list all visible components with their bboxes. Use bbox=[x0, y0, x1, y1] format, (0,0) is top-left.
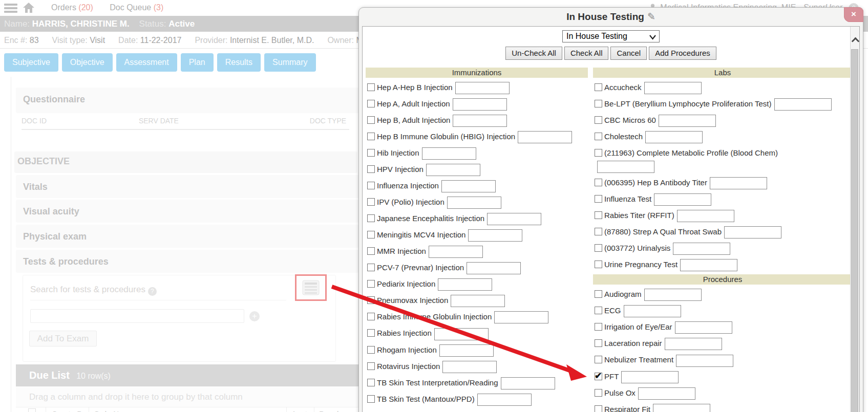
item-checkbox[interactable] bbox=[367, 116, 375, 124]
item-checkbox[interactable] bbox=[367, 83, 375, 91]
item-value-input[interactable] bbox=[501, 377, 555, 389]
item-value-input[interactable] bbox=[597, 161, 654, 173]
tests-procedures-section-header[interactable]: Tests & procedures bbox=[16, 250, 359, 273]
quicklist-icon-button[interactable] bbox=[295, 274, 327, 301]
doc-queue-link[interactable]: Doc Queue (3) bbox=[110, 3, 163, 12]
due-list-header[interactable]: Due List 10 row(s) bbox=[16, 364, 359, 386]
item-value-input[interactable] bbox=[494, 311, 548, 323]
item-checkbox[interactable] bbox=[595, 228, 602, 235]
item-value-input[interactable] bbox=[434, 328, 489, 340]
item-checkbox[interactable] bbox=[595, 290, 602, 298]
physical-exam-section-header[interactable]: Physical exam bbox=[16, 225, 359, 248]
orders-link[interactable]: Orders (20) bbox=[51, 3, 93, 12]
item-checkbox[interactable] bbox=[595, 323, 602, 331]
edit-pencil-icon[interactable]: ✎ bbox=[647, 11, 655, 22]
item-value-input[interactable] bbox=[654, 193, 711, 206]
item-value-input[interactable] bbox=[453, 98, 507, 111]
item-checkbox[interactable] bbox=[595, 100, 602, 107]
select-all-checkbox[interactable] bbox=[28, 408, 36, 412]
item-value-input[interactable] bbox=[676, 355, 733, 367]
item-checkbox[interactable] bbox=[367, 214, 375, 222]
item-value-input[interactable] bbox=[644, 289, 702, 301]
tab-objective[interactable]: Objective bbox=[62, 53, 113, 72]
item-checkbox[interactable] bbox=[595, 389, 602, 397]
tab-subjective[interactable]: Subjective bbox=[4, 53, 58, 72]
item-checkbox[interactable] bbox=[595, 116, 602, 124]
item-value-input[interactable] bbox=[451, 295, 505, 307]
item-checkbox[interactable] bbox=[595, 211, 602, 219]
item-checkbox[interactable] bbox=[367, 165, 375, 173]
home-icon[interactable] bbox=[23, 2, 35, 15]
objective-section-header[interactable]: OBJECTIVE bbox=[14, 151, 357, 173]
item-checkbox[interactable] bbox=[367, 346, 375, 354]
item-value-input[interactable] bbox=[675, 321, 732, 334]
item-value-input[interactable] bbox=[468, 229, 522, 242]
visual-acuity-section-header[interactable]: Visual acuity bbox=[16, 200, 359, 223]
item-value-input[interactable] bbox=[477, 394, 532, 406]
scrollbar-thumb[interactable] bbox=[851, 49, 858, 412]
item-value-input[interactable] bbox=[422, 147, 476, 160]
item-value-input[interactable] bbox=[438, 278, 492, 291]
item-checkbox[interactable] bbox=[367, 133, 375, 140]
item-checkbox[interactable] bbox=[367, 231, 375, 238]
scroll-up-icon[interactable] bbox=[851, 34, 859, 46]
item-checkbox[interactable] bbox=[595, 261, 602, 268]
item-checkbox[interactable] bbox=[595, 149, 602, 157]
column-header-ordername[interactable]: OrderName bbox=[94, 409, 134, 412]
item-checkbox[interactable] bbox=[367, 264, 375, 271]
item-value-input[interactable] bbox=[710, 177, 767, 189]
item-checkbox[interactable] bbox=[367, 395, 375, 403]
item-checkbox[interactable] bbox=[595, 179, 602, 186]
item-value-input[interactable] bbox=[621, 371, 679, 383]
item-value-input[interactable] bbox=[487, 213, 541, 225]
item-value-input[interactable] bbox=[659, 115, 716, 127]
item-checkbox[interactable] bbox=[595, 307, 602, 314]
item-checkbox[interactable] bbox=[367, 280, 375, 288]
item-value-input[interactable] bbox=[429, 246, 483, 258]
item-value-input[interactable] bbox=[624, 305, 681, 317]
tab-summary[interactable]: Summary bbox=[264, 53, 315, 72]
item-value-input[interactable] bbox=[447, 197, 501, 209]
tests-search-input[interactable] bbox=[30, 309, 244, 323]
item-checkbox[interactable] bbox=[595, 339, 602, 347]
item-value-input[interactable] bbox=[677, 210, 734, 222]
item-checkbox[interactable] bbox=[595, 373, 602, 380]
item-checkbox[interactable] bbox=[367, 329, 375, 337]
item-checkbox[interactable] bbox=[367, 149, 375, 157]
quicklist-select[interactable]: In House Testing bbox=[562, 30, 660, 42]
item-value-input[interactable] bbox=[653, 404, 710, 412]
item-checkbox[interactable] bbox=[367, 182, 375, 189]
item-checkbox[interactable] bbox=[367, 100, 375, 107]
item-value-input[interactable] bbox=[441, 180, 496, 192]
cancel-button[interactable]: Cancel bbox=[610, 47, 647, 60]
tab-results[interactable]: Results bbox=[217, 53, 261, 72]
item-checkbox[interactable] bbox=[595, 133, 602, 140]
un-check-all-button[interactable]: Un-Check All bbox=[505, 47, 562, 60]
column-header-panel[interactable]: Panel bbox=[319, 409, 338, 412]
item-value-input[interactable] bbox=[724, 226, 781, 238]
item-value-input[interactable] bbox=[645, 131, 703, 143]
column-header-appt[interactable]: Appt bbox=[291, 409, 307, 412]
item-checkbox[interactable] bbox=[367, 379, 375, 386]
item-checkbox[interactable] bbox=[367, 362, 375, 370]
item-checkbox[interactable] bbox=[367, 247, 375, 255]
add-procedures-button[interactable]: Add Procedures bbox=[649, 47, 716, 60]
item-checkbox[interactable] bbox=[367, 313, 375, 320]
item-checkbox[interactable] bbox=[595, 244, 602, 252]
item-value-input[interactable] bbox=[455, 82, 510, 94]
tab-plan[interactable]: Plan bbox=[181, 53, 214, 72]
add-to-exam-button[interactable]: Add To Exam bbox=[29, 331, 97, 346]
item-value-input[interactable] bbox=[426, 164, 480, 176]
group-by-drop-zone[interactable]: Drag a column and drop it here to group … bbox=[16, 386, 359, 407]
vitals-section-header[interactable]: Vitals bbox=[16, 175, 359, 198]
item-checkbox[interactable] bbox=[595, 405, 602, 412]
item-value-input[interactable] bbox=[774, 98, 832, 111]
item-value-input[interactable] bbox=[467, 262, 521, 274]
tab-assessment[interactable]: Assessment bbox=[116, 53, 177, 72]
questionnaire-section-header[interactable]: Questionnaire bbox=[16, 88, 359, 113]
item-value-input[interactable] bbox=[439, 344, 494, 357]
item-value-input[interactable] bbox=[665, 338, 722, 350]
item-value-input[interactable] bbox=[638, 387, 695, 400]
column-header-create-date[interactable]: Create D bbox=[52, 409, 82, 412]
help-icon[interactable]: ? bbox=[148, 287, 157, 296]
